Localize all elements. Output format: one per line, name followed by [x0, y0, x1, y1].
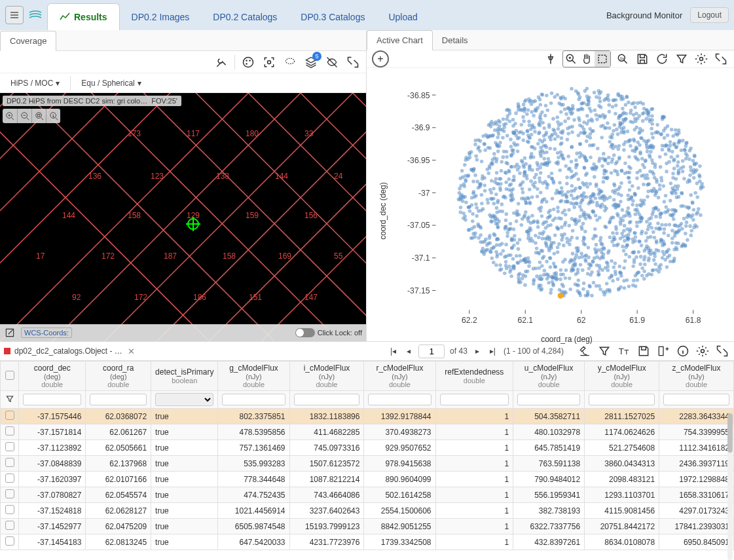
column-header[interactable]: coord_ra(deg)double [86, 362, 151, 391]
table-row[interactable]: -37.162039762.0107166true778.3446481087.… [1, 472, 734, 487]
row-checkbox[interactable] [5, 426, 14, 436]
table-row[interactable]: -37.078082762.0545574true474.752435743.4… [1, 487, 734, 503]
row-checkbox[interactable] [5, 442, 14, 451]
background-monitor-link[interactable]: Background Monitor [606, 10, 682, 20]
add-column-icon[interactable] [655, 343, 671, 359]
svg-point-726 [480, 160, 484, 164]
table-row[interactable]: -37.145297762.0475209true6505.9874548151… [1, 519, 734, 534]
expand-icon[interactable] [345, 54, 361, 70]
column-header[interactable]: detect_isPrimaryboolean [151, 362, 218, 391]
coord-sys-dropdown[interactable]: Equ / Spherical ▾ [76, 76, 146, 90]
tab-upload[interactable]: Upload [376, 4, 429, 30]
table-row[interactable]: -37.084883962.137968true535.9932831507.6… [1, 456, 734, 472]
filter-input[interactable] [663, 394, 729, 405]
filter-input[interactable] [589, 394, 655, 405]
zoom-out-button[interactable] [17, 109, 31, 123]
restore-icon[interactable] [654, 51, 670, 67]
row-checkbox[interactable] [5, 458, 14, 467]
lasso-icon[interactable] [282, 54, 298, 70]
gear-icon[interactable] [693, 51, 709, 67]
tools-icon[interactable] [213, 54, 229, 70]
tab-dp02-catalogs[interactable]: DP0.2 Catalogs [201, 4, 289, 30]
filter-input[interactable] [440, 394, 509, 405]
filter-icon[interactable] [674, 51, 689, 67]
sky-image-view[interactable]: DP0.2 HiPS from DESC DC2 sim: gri colo… … [0, 93, 366, 341]
svg-point-889 [473, 235, 477, 239]
microscope-icon[interactable] [577, 343, 593, 359]
pin-icon[interactable] [543, 51, 559, 67]
zoom-reset-icon[interactable]: 1x [615, 51, 631, 67]
visibility-off-icon[interactable] [324, 54, 340, 70]
svg-point-158 [598, 100, 602, 103]
column-header[interactable]: u_cModelFlux(nJy)double [513, 362, 585, 391]
table-tab-label[interactable]: dp02_dc2_catalogs.Object - … [14, 346, 122, 356]
table-scrollbar[interactable] [727, 413, 733, 560]
layers-icon[interactable]: 5 [303, 54, 319, 70]
row-checkbox[interactable] [5, 489, 14, 498]
filter-icon[interactable] [596, 343, 612, 359]
table-row[interactable]: -37.157181462.061267true478.5395856411.4… [1, 424, 734, 440]
scatter-plot[interactable]: 62.262.16261.961.8-36.85-36.9-36.95-37-3… [399, 68, 734, 332]
info-icon[interactable] [675, 343, 691, 359]
column-header[interactable]: refExtendednessdouble [435, 362, 513, 391]
select-all-checkbox[interactable] [5, 371, 14, 380]
tab-details[interactable]: Details [433, 31, 477, 50]
palette-icon[interactable] [240, 54, 256, 70]
tab-dp02-images[interactable]: DP0.2 Images [120, 4, 202, 30]
svg-point-928 [534, 267, 538, 271]
filter-input[interactable] [294, 394, 360, 405]
pan-icon[interactable] [579, 51, 595, 67]
filter-icon[interactable] [5, 394, 14, 403]
column-header[interactable]: z_cModelFlux(nJy)double [659, 362, 734, 391]
zoom-icon[interactable] [563, 51, 579, 67]
filter-input[interactable] [517, 394, 580, 405]
open-external-icon[interactable] [4, 327, 16, 339]
filter-input[interactable] [222, 394, 285, 405]
zoom-1x-button[interactable]: 1 [46, 109, 60, 123]
column-header[interactable]: g_cModelFlux(nJy)double [218, 362, 289, 391]
focus-icon[interactable] [261, 54, 277, 70]
filter-input[interactable] [368, 394, 431, 405]
svg-point-1371 [608, 276, 612, 280]
close-tab-button[interactable]: ✕ [128, 346, 135, 356]
text-options-icon[interactable]: Tᴛ [616, 343, 632, 359]
svg-point-414 [539, 191, 543, 195]
svg-point-1684 [600, 202, 604, 206]
row-checkbox[interactable] [5, 505, 14, 514]
hips-dropdown[interactable]: HiPS / MOC ▾ [5, 76, 65, 90]
select-box-icon[interactable] [595, 51, 610, 67]
row-checkbox[interactable] [5, 536, 14, 546]
table-row[interactable]: -37.152481862.0628127true1021.4456914323… [1, 503, 734, 519]
column-header[interactable]: coord_dec(deg)double [19, 362, 86, 391]
wcs-coords-label[interactable]: WCS-Coords: [21, 327, 72, 338]
tab-dp03-catalogs[interactable]: DP0.3 Catalogs [289, 4, 376, 30]
tab-results[interactable]: Results [47, 3, 120, 30]
row-checkbox[interactable] [5, 474, 14, 483]
click-lock-toggle[interactable]: Click Lock: off [295, 328, 362, 337]
zoom-in-button[interactable] [3, 109, 17, 123]
column-header[interactable]: y_cModelFlux(nJy)double [585, 362, 659, 391]
expand-icon[interactable] [714, 343, 730, 359]
table-row[interactable]: -37.157544662.0368072true802.33758511832… [1, 409, 734, 424]
scrollbar-thumb[interactable] [727, 413, 733, 453]
row-checkbox[interactable] [5, 521, 14, 530]
table-row[interactable]: -37.145418362.0813245true647.54200334231… [1, 534, 734, 550]
column-header[interactable]: r_cModelFlux(nJy)double [364, 362, 435, 391]
row-checkbox[interactable] [5, 411, 14, 420]
filter-select[interactable] [155, 393, 213, 406]
save-icon[interactable] [634, 51, 650, 67]
expand-icon[interactable] [713, 51, 729, 67]
gear-icon[interactable] [695, 343, 710, 359]
logout-button[interactable]: Logout [690, 7, 729, 23]
tab-coverage[interactable]: Coverage [0, 31, 56, 51]
column-header[interactable]: i_cModelFlux(nJy)double [289, 362, 364, 391]
add-chart-button[interactable]: + [372, 50, 389, 67]
zoom-fit-button[interactable] [31, 109, 46, 123]
filter-input[interactable] [90, 394, 147, 405]
save-icon[interactable] [636, 343, 651, 359]
table-row[interactable]: -37.112389262.0505661true757.1361469745.… [1, 440, 734, 456]
filter-input[interactable] [23, 394, 81, 405]
menu-button[interactable] [5, 6, 24, 24]
toggle-switch[interactable] [295, 328, 315, 337]
tab-active-chart[interactable]: Active Chart [367, 30, 433, 50]
